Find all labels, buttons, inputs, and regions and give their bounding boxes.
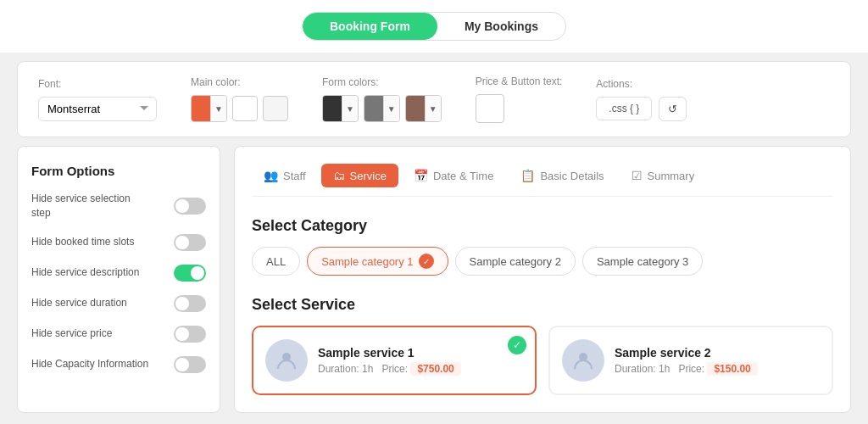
tab-my-bookings[interactable]: My Bookings [437,13,565,40]
cat-tab-1[interactable]: Sample category 1 ✓ [307,247,448,276]
step-staff[interactable]: 👥 Staff [252,164,318,187]
service-duration-1: 1h [659,363,670,375]
cat-tab-all[interactable]: ALL [252,247,300,276]
form-colors-label: Form colors: [322,76,442,88]
cat-tab-1-label: Sample category 1 [321,255,413,268]
main-content: Form Options Hide service selection step… [0,146,868,424]
top-bar: Booking Form My Bookings [0,0,868,53]
sidebar-label-2: Hide service description [31,265,139,280]
service-meta-0: Duration: 1h Price: $750.00 [318,363,523,375]
service-avatar-1 [562,339,604,382]
category-tabs: ALL Sample category 1 ✓ Sample category … [252,247,833,276]
sidebar-label-1: Hide booked time slots [31,235,134,249]
toggle-slider-5 [174,356,206,373]
services-grid: Sample service 1 Duration: 1h Price: $75… [252,326,833,395]
service-name-1: Sample service 2 [615,346,820,360]
sidebar-item-2: Hide service description [31,265,206,282]
settings-bar: Font: Montserrat Main color: ▼ Form colo… [17,61,851,137]
price-color-swatch[interactable] [476,94,504,123]
form-colors-group: Form colors: ▼ ▼ ▼ [322,76,442,122]
step-tabs: 👥 Staff 🗂 Service 📅 Date & Time 📋 Basic … [252,164,833,197]
select-category-title: Select Category [252,217,833,235]
form-color-swatch-3[interactable]: ▼ [405,95,442,122]
step-service-label: Service [350,170,387,182]
form-panel: 👥 Staff 🗂 Service 📅 Date & Time 📋 Basic … [234,146,851,413]
sidebar-title: Form Options [31,164,206,178]
toggle-4[interactable] [174,326,206,343]
main-color-swatches: ▼ [191,95,288,122]
service-price-1: $150.00 [707,362,757,376]
reset-button[interactable]: ↺ [659,97,687,121]
sidebar-item-0: Hide service selection step [31,192,206,220]
form-color-arrow-3[interactable]: ▼ [425,96,441,121]
font-label: Font: [38,78,157,90]
main-color-label: Main color: [191,76,288,88]
top-tabs: Booking Form My Bookings [302,12,566,41]
toggle-slider-0 [174,198,206,215]
toggle-slider-2 [174,265,206,282]
basic-details-icon: 📋 [520,169,535,182]
sidebar-item-1: Hide booked time slots [31,234,206,251]
service-avatar-0 [265,339,308,382]
toggle-1[interactable] [174,234,206,251]
actions-group: Actions: .css { } ↺ [596,78,687,121]
step-service[interactable]: 🗂 Service [321,164,398,187]
font-select[interactable]: Montserrat [38,97,157,121]
form-color-arrow-1[interactable]: ▼ [342,96,358,121]
service-card-1[interactable]: Sample service 2 Duration: 1h Price: $15… [548,326,833,395]
step-basic-details[interactable]: 📋 Basic Details [509,164,615,187]
service-check-0: ✓ [508,336,526,354]
css-button[interactable]: .css { } [596,97,652,120]
service-price-0: $750.00 [410,362,460,376]
cat-tab-2[interactable]: Sample category 2 [455,247,576,276]
sidebar-item-5: Hide Capacity Information [31,356,206,373]
service-name-0: Sample service 1 [318,346,523,360]
tab-booking-form[interactable]: Booking Form [303,13,437,40]
select-service-title: Select Service [252,296,833,314]
service-meta-1: Duration: 1h Price: $150.00 [615,363,820,375]
main-color-swatch-3[interactable] [263,96,288,121]
main-color-group: Main color: ▼ [191,76,288,122]
toggle-5[interactable] [174,356,206,373]
step-summary[interactable]: ☑ Summary [620,164,707,187]
step-datetime[interactable]: 📅 Date & Time [402,164,506,187]
toggle-3[interactable] [174,295,206,312]
staff-icon: 👥 [264,169,278,182]
sidebar-item-3: Hide service duration [31,295,206,312]
font-group: Font: Montserrat [38,78,157,121]
actions-label: Actions: [596,78,687,90]
sidebar-label-4: Hide service price [31,326,112,341]
summary-icon: ☑ [632,169,643,182]
form-color-arrow-2[interactable]: ▼ [383,96,399,121]
service-card-0[interactable]: Sample service 1 Duration: 1h Price: $75… [252,326,537,395]
service-info-0: Sample service 1 Duration: 1h Price: $75… [318,346,523,375]
step-staff-label: Staff [283,170,306,182]
datetime-icon: 📅 [414,169,428,182]
toggle-slider-4 [174,326,206,343]
main-color-swatch-2[interactable] [232,96,258,121]
service-info-1: Sample service 2 Duration: 1h Price: $15… [615,346,820,375]
cat-tab-3[interactable]: Sample category 3 [582,247,703,276]
price-button-group: Price & Button text: [476,75,563,123]
step-datetime-label: Date & Time [433,170,494,182]
form-color-swatch-2[interactable]: ▼ [364,95,400,122]
actions-buttons: .css { } ↺ [596,97,687,121]
main-color-arrow[interactable]: ▼ [210,96,226,121]
sidebar-label-3: Hide service duration [31,296,127,310]
form-color-swatch-1[interactable]: ▼ [322,95,359,122]
sidebar-label-5: Hide Capacity Information [31,357,148,371]
form-color-swatches: ▼ ▼ ▼ [322,95,442,122]
sidebar-label-0: Hide service selection step [31,192,150,220]
service-duration-0: 1h [362,363,373,375]
main-color-swatch-1[interactable]: ▼ [191,95,227,122]
toggle-slider-3 [174,295,206,312]
service-icon: 🗂 [333,169,345,182]
toggle-2[interactable] [174,265,206,282]
price-button-label: Price & Button text: [476,75,563,87]
step-summary-label: Summary [648,170,695,182]
toggle-0[interactable] [174,198,206,215]
price-button-swatches [476,94,563,123]
sidebar-item-4: Hide service price [31,326,206,343]
cat-tab-1-check: ✓ [419,254,434,269]
step-basic-details-label: Basic Details [540,170,604,182]
